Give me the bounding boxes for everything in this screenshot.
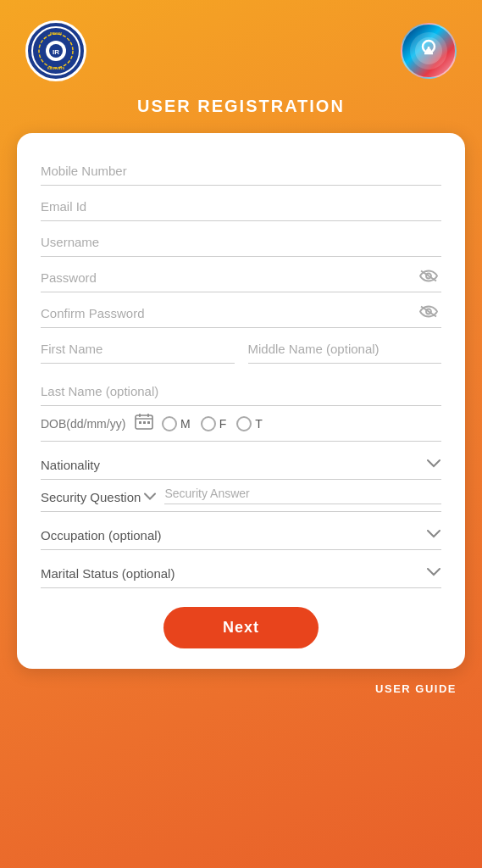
gender-female-option[interactable]: F: [201, 416, 227, 431]
nationality-chevron-icon: [426, 457, 441, 472]
gender-male-option[interactable]: M: [162, 416, 191, 431]
confirm-password-field: [41, 299, 441, 328]
security-question-dropdown[interactable]: Security Question: [41, 489, 156, 504]
last-name-input[interactable]: [41, 377, 441, 402]
marital-status-chevron-icon: [426, 565, 441, 581]
mobile-number-input[interactable]: [41, 157, 441, 181]
dob-field: [41, 413, 153, 434]
gender-transgender-option[interactable]: T: [236, 416, 263, 431]
registration-form-card: M F T Nationality Security Question: [17, 133, 465, 669]
user-guide-label: USER GUIDE: [375, 682, 457, 695]
gender-female-label: F: [219, 417, 227, 431]
svg-text:INDIAN: INDIAN: [50, 31, 62, 36]
first-name-input[interactable]: [41, 335, 235, 359]
occupation-dropdown[interactable]: Occupation (optional): [41, 519, 441, 550]
email-field: [41, 192, 441, 221]
gender-female-radio[interactable]: [201, 416, 216, 431]
username-input[interactable]: [41, 228, 441, 253]
dob-input[interactable]: [41, 417, 130, 431]
footer-guide: USER GUIDE: [17, 681, 465, 696]
confirm-password-toggle-icon[interactable]: [419, 304, 438, 322]
nationality-label: Nationality: [41, 458, 100, 472]
gender-male-label: M: [180, 417, 191, 431]
next-button[interactable]: Next: [163, 607, 319, 648]
paytm-logo: [401, 23, 457, 79]
name-row: [41, 335, 441, 370]
page-title: USER REGISTRATION: [137, 97, 345, 116]
svg-rect-19: [143, 421, 146, 424]
password-field: [41, 264, 441, 292]
mobile-number-field: [41, 157, 441, 186]
gender-transgender-label: T: [255, 417, 263, 431]
gender-transgender-radio[interactable]: [236, 416, 252, 431]
middle-name-field: [248, 335, 442, 364]
security-row: Security Question: [41, 487, 441, 512]
paytm-logo-inner: [410, 32, 447, 70]
confirm-password-input[interactable]: [41, 299, 441, 324]
svg-text:RAILWAYS: RAILWAYS: [47, 66, 65, 70]
svg-rect-18: [139, 421, 141, 424]
email-input[interactable]: [41, 192, 441, 217]
security-answer-input[interactable]: [164, 487, 441, 504]
indian-railways-logo: IR INDIAN RAILWAYS: [25, 20, 86, 81]
middle-name-input[interactable]: [248, 335, 442, 359]
security-question-chevron-icon: [144, 489, 156, 504]
username-field: [41, 228, 441, 257]
svg-point-9: [426, 48, 431, 53]
password-input[interactable]: [41, 264, 441, 288]
svg-text:IR: IR: [53, 48, 59, 56]
occupation-chevron-icon: [426, 527, 441, 542]
occupation-label: Occupation (optional): [41, 528, 162, 542]
gender-options: M F T: [162, 416, 263, 431]
marital-status-label: Marital Status (optional): [41, 566, 175, 581]
calendar-icon[interactable]: [135, 413, 153, 434]
password-toggle-icon[interactable]: [419, 269, 438, 287]
security-question-label: Security Question: [41, 490, 141, 504]
marital-status-dropdown[interactable]: Marital Status (optional): [41, 557, 441, 588]
dob-gender-row: M F T: [41, 413, 441, 442]
nationality-dropdown[interactable]: Nationality: [41, 448, 441, 480]
app-header: IR INDIAN RAILWAYS: [17, 20, 465, 81]
first-name-field: [41, 335, 235, 364]
gender-male-radio[interactable]: [162, 416, 177, 431]
last-name-field: [41, 377, 441, 406]
svg-rect-20: [147, 421, 150, 424]
